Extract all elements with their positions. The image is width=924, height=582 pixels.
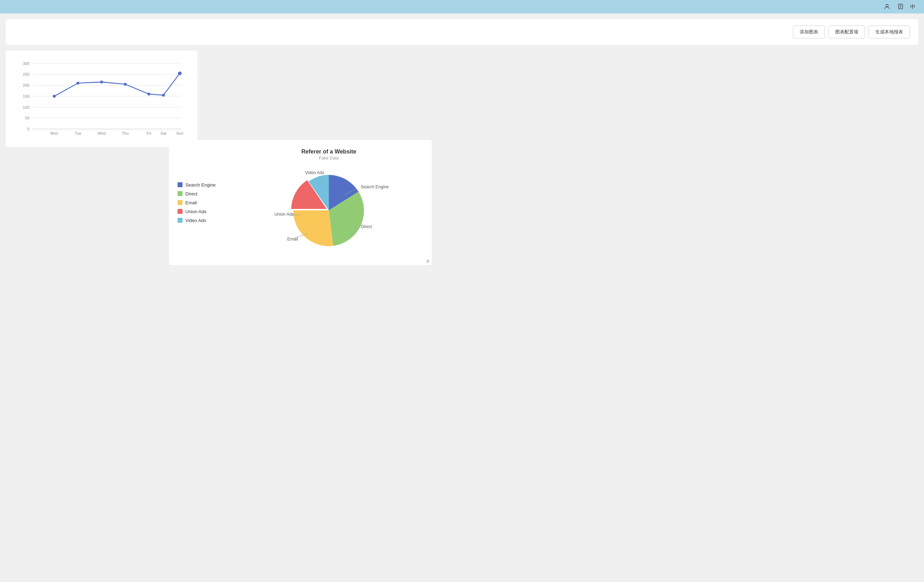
user-icon[interactable] — [883, 3, 891, 11]
svg-text:250: 250 — [23, 72, 30, 76]
legend-label-search-engine: Search Engine — [185, 182, 216, 188]
svg-text:0: 0 — [27, 127, 30, 131]
pie-legend: Search Engine Direct Email Union Ads — [178, 182, 224, 223]
main-container: 添加图表 图表配置项 生成本地报表 300 250 200 150 100 — [0, 13, 924, 271]
svg-text:Direct: Direct — [361, 224, 372, 229]
svg-text:300: 300 — [23, 61, 30, 66]
svg-text:200: 200 — [23, 83, 30, 88]
legend-color-direct — [178, 191, 183, 196]
svg-text:150: 150 — [23, 94, 30, 98]
legend-item-union-ads: Union Ads — [178, 209, 224, 214]
legend-label-video-ads: Video Ads — [185, 218, 206, 223]
config-chart-button[interactable]: 图表配置项 — [828, 26, 865, 38]
pie-chart-card: Search Engine Direct Email Union Ads — [169, 140, 432, 265]
svg-text:Sun: Sun — [176, 131, 183, 136]
generate-report-button[interactable]: 生成本地报表 — [869, 26, 910, 38]
svg-text:Tue: Tue — [74, 131, 81, 136]
legend-item-video-ads: Video Ads — [178, 218, 224, 223]
top-bar: 中 — [0, 0, 924, 13]
svg-text:Fri: Fri — [147, 131, 151, 136]
svg-point-27 — [76, 82, 79, 84]
svg-text:Union Ads: Union Ads — [274, 212, 294, 217]
legend-color-union-ads — [178, 209, 183, 214]
svg-text:50: 50 — [25, 116, 30, 120]
pie-chart-title: Referer of a Website — [302, 149, 356, 155]
pie-chart-wrapper: Referer of a Website Fake Data — [234, 149, 423, 256]
svg-text:Search Engine: Search Engine — [361, 184, 389, 189]
pie-chart-container: Search Engine Direct Email Union Ads — [178, 149, 423, 256]
svg-point-26 — [53, 95, 56, 98]
add-chart-button[interactable]: 添加图表 — [793, 26, 825, 38]
legend-label-email: Email — [185, 200, 197, 205]
legend-item-search-engine: Search Engine — [178, 182, 224, 188]
pie-chart-subtitle: Fake Data — [319, 155, 338, 160]
svg-text:Video Ads: Video Ads — [305, 170, 324, 175]
svg-point-32 — [178, 71, 182, 75]
svg-point-29 — [124, 83, 127, 86]
pie-chart-resize-handle[interactable] — [426, 260, 431, 264]
svg-point-0 — [886, 4, 888, 7]
svg-text:Thu: Thu — [122, 131, 129, 136]
legend-label-union-ads: Union Ads — [185, 209, 206, 214]
notification-icon[interactable] — [897, 3, 904, 11]
legend-item-direct: Direct — [178, 191, 224, 197]
language-button[interactable]: 中 — [910, 3, 916, 10]
legend-color-email — [178, 200, 183, 205]
line-chart-card: 300 250 200 150 100 50 0 Mon Tue Wed Thu… — [6, 50, 198, 147]
legend-color-video-ads — [178, 218, 183, 223]
svg-text:Sat: Sat — [160, 131, 167, 136]
toolbar-card: 添加图表 图表配置项 生成本地报表 — [6, 19, 918, 45]
legend-label-direct: Direct — [185, 191, 198, 197]
pie-chart-svg: Search Engine Direct Email Union Ads Vid… — [269, 164, 389, 256]
line-chart-svg: 300 250 200 150 100 50 0 Mon Tue Wed Thu… — [14, 59, 189, 137]
svg-text:100: 100 — [23, 105, 30, 109]
svg-text:Wed: Wed — [97, 131, 106, 136]
svg-point-30 — [147, 93, 150, 96]
svg-point-28 — [100, 81, 103, 83]
legend-item-email: Email — [178, 200, 224, 205]
svg-point-31 — [162, 94, 165, 97]
legend-color-search-engine — [178, 182, 183, 187]
svg-text:Mon: Mon — [50, 131, 58, 136]
charts-area: 300 250 200 150 100 50 0 Mon Tue Wed Thu… — [6, 50, 918, 265]
